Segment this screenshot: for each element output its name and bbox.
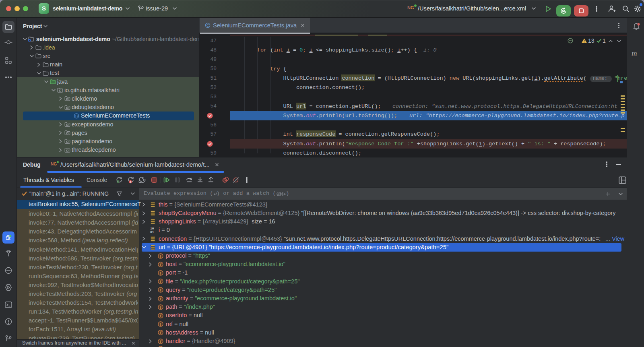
svg-text:f: f	[160, 313, 161, 318]
svg-text:f: f	[160, 339, 161, 343]
svg-text:C: C	[75, 114, 78, 118]
svg-text:C: C	[206, 23, 209, 27]
svg-text:f: f	[160, 279, 161, 284]
svg-text:f: f	[160, 330, 161, 335]
svg-text:f: f	[160, 262, 161, 266]
svg-text:f: f	[160, 287, 161, 292]
svg-text:f: f	[160, 322, 161, 326]
svg-text:f: f	[160, 296, 161, 301]
svg-text:f: f	[160, 304, 161, 309]
svg-text:f: f	[160, 271, 161, 275]
svg-text:f: f	[160, 253, 161, 258]
